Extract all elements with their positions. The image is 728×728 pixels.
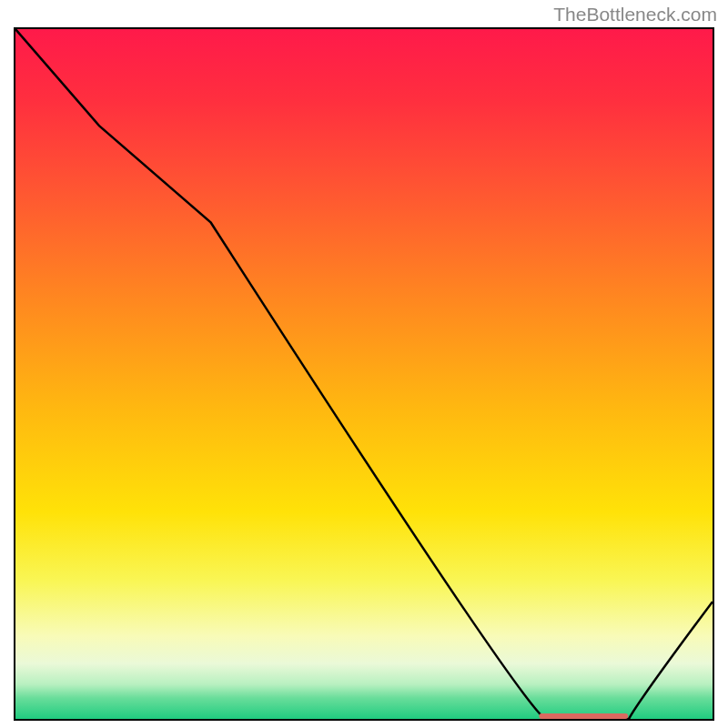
chart-plot-area (14, 27, 714, 721)
attribution-text: TheBottleneck.com (553, 4, 717, 25)
chart-curve (15, 29, 713, 719)
